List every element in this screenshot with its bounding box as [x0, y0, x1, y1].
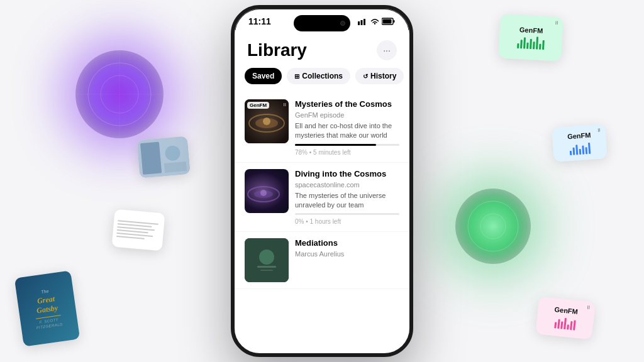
more-button[interactable]: ···	[377, 40, 397, 60]
genfm-card-top-right: II GenFM	[498, 14, 564, 61]
purple-blob	[63, 38, 176, 151]
svg-point-5	[455, 189, 531, 264]
tab-history[interactable]: ↺ History	[355, 68, 404, 84]
progress-fill-1	[295, 144, 376, 146]
genfm-card-bottom-right: II GenFM	[535, 296, 596, 339]
pause-icon-2: II	[597, 128, 601, 133]
svg-point-25	[259, 250, 274, 265]
photo-card	[137, 136, 191, 178]
svg-point-0	[75, 50, 164, 138]
svg-rect-11	[164, 162, 187, 173]
item-thumb-2	[245, 169, 289, 213]
list-item-1[interactable]: GenFM II Mysteries of the Cosmos GenFM e…	[235, 93, 409, 163]
item-title-2: Diving into the Cosmos	[295, 169, 399, 180]
item-thumb-3	[245, 238, 289, 282]
tab-history-label: History	[370, 72, 396, 80]
list-item-3[interactable]: Mediations Marcus Aurelius	[235, 232, 409, 289]
svg-rect-9	[140, 142, 162, 175]
tab-saved[interactable]: Saved	[245, 68, 282, 84]
wifi-icon	[370, 18, 379, 25]
item-info-1: Mysteries of the Cosmos GenFM episode El…	[295, 99, 399, 156]
green-blob	[443, 176, 543, 277]
status-icons	[358, 18, 396, 25]
item-source-3: Marcus Aurelius	[295, 250, 399, 258]
item-desc-1: Ell and her co-host dive into the myster…	[295, 121, 399, 141]
pause-icon: II	[555, 20, 558, 26]
progress-bar-1	[295, 144, 399, 146]
book-card: The GreatGatsby F. Scott Fitzgerald	[14, 270, 80, 346]
item-meta-2: 0% • 1 hours left	[295, 218, 399, 225]
list-item-2[interactable]: Diving into the Cosmos spacecastonline.c…	[235, 163, 409, 233]
genfm-label-3: GenFM	[554, 305, 578, 315]
svg-rect-13	[361, 20, 363, 25]
waveform-bars-2	[569, 141, 591, 155]
pause-badge-1: II	[284, 102, 286, 107]
svg-point-7	[480, 214, 506, 239]
tab-collections-label: Collections	[302, 72, 343, 80]
svg-rect-26	[257, 266, 276, 268]
collections-grid-icon: ⊞	[294, 73, 299, 80]
meditation-image	[245, 238, 289, 282]
svg-rect-16	[394, 20, 395, 23]
svg-rect-17	[383, 19, 392, 24]
item-source-2: spacecastonline.com	[295, 181, 399, 189]
pause-icon-3: II	[587, 305, 590, 310]
svg-rect-12	[358, 21, 360, 25]
item-thumb-1: GenFM II	[245, 99, 289, 143]
tab-saved-label: Saved	[252, 72, 274, 80]
item-source-1: GenFM episode	[295, 111, 399, 119]
svg-rect-14	[364, 19, 365, 25]
phone: 11:11	[231, 5, 413, 357]
svg-rect-27	[260, 270, 273, 271]
svg-point-2	[101, 75, 138, 113]
status-time: 11:11	[248, 16, 271, 26]
battery-icon	[382, 18, 396, 25]
library-header: Library ···	[235, 35, 409, 68]
cosmos-image-2	[245, 169, 289, 213]
tab-bar: Saved ⊞ Collections ↺ History	[235, 68, 409, 93]
svg-point-1	[88, 63, 151, 126]
item-info-3: Mediations Marcus Aurelius	[295, 238, 399, 258]
svg-point-23	[260, 190, 267, 196]
genfm-badge-1: GenFM	[247, 102, 269, 109]
green-spiral-icon	[449, 182, 537, 270]
signal-icon	[358, 18, 368, 25]
dynamic-island	[294, 15, 350, 31]
item-desc-2: The mysteries of the universe unraveled …	[295, 191, 399, 211]
purple-spiral-icon	[69, 44, 170, 145]
paper-card	[112, 209, 165, 251]
item-title-1: Mysteries of the Cosmos	[295, 99, 399, 110]
svg-point-20	[263, 118, 270, 125]
item-title-3: Mediations	[295, 238, 399, 249]
library-title: Library	[247, 40, 307, 60]
progress-bar-2	[295, 213, 399, 215]
item-info-2: Diving into the Cosmos spacecastonline.c…	[295, 169, 399, 226]
waveform-bars-1	[517, 36, 545, 50]
genfm-label-2: GenFM	[567, 131, 591, 140]
phone-body: 11:11	[231, 5, 413, 357]
island-camera-dot	[340, 21, 345, 26]
genfm-card-mid-right: II GenFM	[552, 124, 608, 162]
genfm-label-1: GenFM	[519, 26, 543, 35]
svg-point-6	[468, 201, 518, 251]
waveform-bars-3	[554, 315, 576, 330]
item-meta-1: 78% • 5 minutes left	[295, 149, 399, 156]
app-content: Library ··· Saved ⊞ Collections ↺ Histor…	[235, 30, 409, 353]
tab-collections[interactable]: ⊞ Collections	[287, 68, 350, 84]
history-clock-icon: ↺	[363, 73, 368, 80]
